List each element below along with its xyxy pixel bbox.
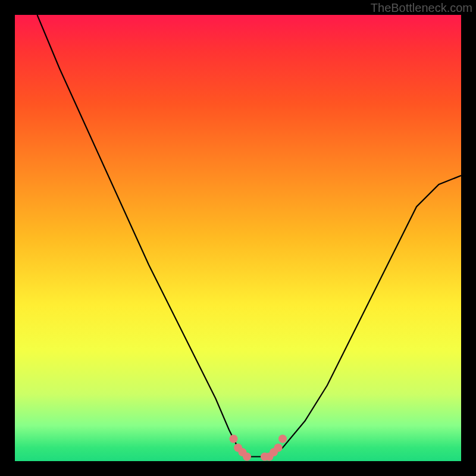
data-marker [230, 435, 238, 443]
data-marker [274, 444, 283, 452]
chart-container: TheBottleneck.com [0, 0, 476, 476]
watermark-text: TheBottleneck.com [371, 1, 472, 15]
markers-layer [15, 15, 461, 461]
data-marker [243, 453, 251, 461]
marker-group [230, 435, 287, 461]
plot-area [15, 15, 461, 461]
data-marker [278, 435, 287, 443]
